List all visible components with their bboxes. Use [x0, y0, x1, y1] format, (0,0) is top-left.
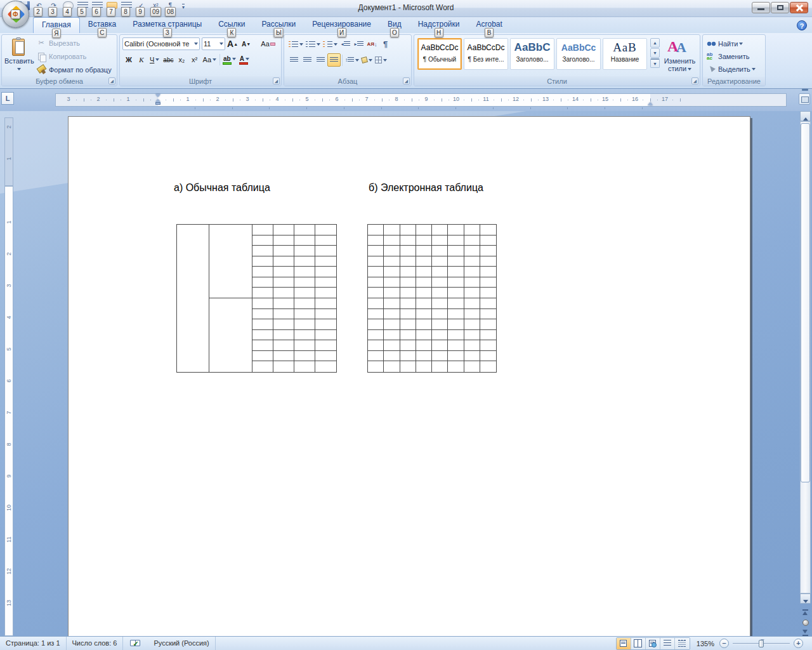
table-cell[interactable]: [464, 298, 480, 309]
tab-insert[interactable]: ВставкаС: [80, 17, 125, 33]
table-cell[interactable]: [384, 225, 400, 235]
table-cell[interactable]: [384, 235, 400, 246]
select-browse-object-button[interactable]: [800, 617, 811, 627]
table-cell[interactable]: [464, 351, 480, 362]
zoom-out-button[interactable]: –: [719, 639, 729, 648]
tab-add-ins[interactable]: НадстройкиН: [410, 17, 468, 33]
table-cell[interactable]: [315, 340, 336, 351]
table-cell[interactable]: [432, 256, 448, 267]
font-name-combo[interactable]: Calibri (Основной те: [122, 37, 200, 50]
table-cell[interactable]: [464, 340, 480, 351]
style-card-3[interactable]: АаBbСЗаголово...: [510, 38, 554, 70]
restore-button[interactable]: [771, 2, 789, 13]
table-cell-merged-col2[interactable]: [209, 225, 252, 298]
clear-formatting-button[interactable]: Аа: [259, 37, 277, 50]
qat-item-3[interactable]: ↷3: [46, 1, 61, 17]
table-cell[interactable]: [432, 361, 448, 372]
paste-dropdown-arrow[interactable]: [17, 68, 21, 70]
ruler-toggle-button[interactable]: [799, 93, 810, 105]
table-cell[interactable]: [294, 235, 316, 246]
table-cell[interactable]: [480, 298, 496, 309]
zoom-slider[interactable]: [733, 639, 790, 648]
table-cell[interactable]: [400, 256, 416, 267]
styles-scroll-down-button[interactable]: ▼: [650, 48, 660, 58]
table-cell[interactable]: [384, 298, 400, 309]
italic-button[interactable]: К: [135, 53, 148, 66]
table-cell[interactable]: [448, 298, 464, 309]
table-cell[interactable]: [464, 267, 480, 277]
table-cell[interactable]: [384, 361, 400, 372]
table-cell[interactable]: [400, 330, 416, 341]
table-cell[interactable]: [416, 309, 432, 320]
qat-item-8[interactable]: 8: [119, 1, 134, 17]
table-cell[interactable]: [480, 235, 496, 246]
table-cell[interactable]: [448, 319, 464, 330]
table-cell[interactable]: [432, 225, 448, 235]
table-cell[interactable]: [368, 351, 384, 362]
table-cell[interactable]: [252, 277, 273, 288]
table-cell[interactable]: [294, 288, 316, 298]
tab-page-layout[interactable]: Разметка страницыЗ: [124, 17, 210, 33]
table-cell[interactable]: [480, 309, 496, 320]
table-cell[interactable]: [294, 256, 316, 267]
table-cell[interactable]: [252, 298, 273, 309]
font-size-combo[interactable]: 11: [202, 37, 225, 50]
split-handle[interactable]: [802, 89, 808, 91]
table-cell[interactable]: [273, 340, 294, 351]
table-cell[interactable]: [480, 319, 496, 330]
qat-item-6[interactable]: 6: [90, 1, 105, 17]
table-cell[interactable]: [273, 256, 294, 267]
qat-item-9[interactable]: ✓9: [134, 1, 148, 17]
qat-item-2[interactable]: ↶2: [32, 1, 46, 17]
print-layout-button[interactable]: [617, 638, 631, 649]
tab-home[interactable]: ГлавнаяЯ: [33, 17, 80, 33]
full-screen-reading-button[interactable]: [631, 638, 646, 649]
table-cell[interactable]: [368, 256, 384, 267]
table-cell[interactable]: [432, 267, 448, 277]
font-color-button[interactable]: А: [238, 53, 251, 66]
caption-spreadsheet-table[interactable]: б) Электронная таблица: [369, 182, 483, 194]
table-cell[interactable]: [294, 267, 316, 277]
table-cell[interactable]: [400, 298, 416, 309]
table-cell[interactable]: [315, 267, 336, 277]
table-cell[interactable]: [416, 351, 432, 362]
table-cell[interactable]: [273, 225, 294, 235]
left-indent-marker[interactable]: [155, 102, 160, 105]
change-styles-button[interactable]: АА Изменить стили: [661, 36, 698, 75]
underline-button[interactable]: Ч: [148, 53, 161, 66]
first-line-indent-marker[interactable]: [155, 94, 160, 97]
font-name-arrow[interactable]: [194, 43, 198, 45]
table-cell[interactable]: [252, 309, 273, 320]
table-cell[interactable]: [432, 235, 448, 246]
table-cell[interactable]: [252, 330, 273, 341]
shading-button[interactable]: [360, 53, 374, 67]
web-layout-button[interactable]: [646, 638, 660, 649]
table-cell[interactable]: [400, 361, 416, 372]
tab-review[interactable]: РецензированиеИ: [304, 17, 379, 33]
table-cell[interactable]: [416, 225, 432, 235]
help-button[interactable]: ?: [797, 20, 807, 30]
style-card-5[interactable]: АаВНазвание: [603, 38, 647, 70]
multilevel-list-button[interactable]: [322, 37, 339, 51]
table-cell[interactable]: [315, 361, 336, 372]
table-cell[interactable]: [252, 288, 273, 298]
table-cell[interactable]: [480, 288, 496, 298]
table-cell[interactable]: [368, 235, 384, 246]
table-cell[interactable]: [464, 319, 480, 330]
table-cell[interactable]: [273, 277, 294, 288]
spreadsheet-table[interactable]: [367, 224, 497, 373]
table-cell[interactable]: [315, 277, 336, 288]
table-cell[interactable]: [252, 246, 273, 256]
table-cell[interactable]: [400, 309, 416, 320]
table-cell[interactable]: [384, 309, 400, 320]
scroll-down-button[interactable]: [800, 594, 811, 604]
format-painter-button[interactable]: Формат по образцу: [35, 63, 115, 76]
zoom-slider-thumb[interactable]: [759, 640, 764, 647]
table-cell[interactable]: [273, 330, 294, 341]
table-cell[interactable]: [252, 351, 273, 362]
scroll-up-button[interactable]: [800, 111, 811, 121]
table-cell[interactable]: [294, 309, 316, 320]
right-indent-marker[interactable]: [648, 102, 653, 105]
change-case-arrow[interactable]: [213, 58, 216, 61]
office-button[interactable]: Ф: [2, 1, 29, 28]
